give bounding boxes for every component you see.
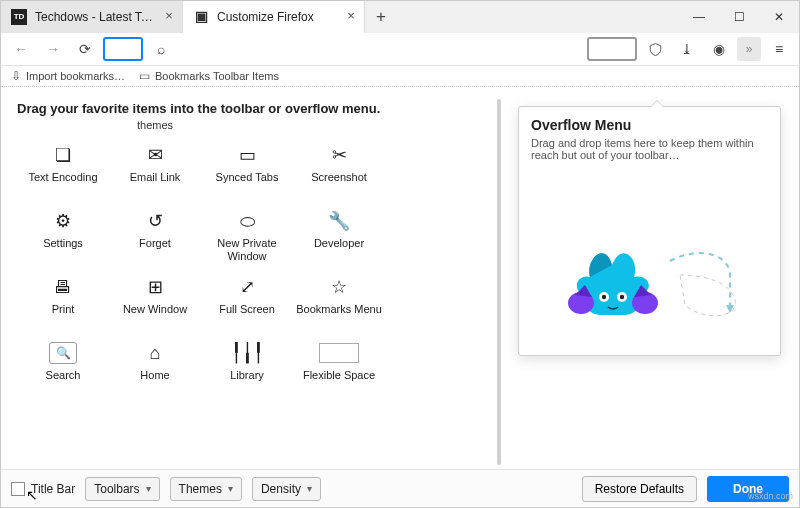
account-icon[interactable]: ◉ xyxy=(705,35,733,63)
palette-item-label: Synced Tabs xyxy=(216,171,279,184)
themes-label: Themes xyxy=(179,482,222,496)
tab-strip-fill: + xyxy=(365,1,679,33)
chevron-down-icon: ▾ xyxy=(228,483,233,494)
title-bar-checkbox[interactable]: Title Bar xyxy=(11,482,75,496)
url-input-slot[interactable] xyxy=(103,37,143,61)
scrollbar[interactable] xyxy=(497,99,501,465)
toolbars-dropdown[interactable]: Toolbars ▾ xyxy=(85,477,159,501)
favicon-techdows: TD xyxy=(11,9,27,25)
palette-item-flexible-space[interactable]: Flexible Space xyxy=(293,337,385,403)
palette-item-label: Forget xyxy=(139,237,171,250)
palette-item-search[interactable]: 🔍Search xyxy=(17,337,109,403)
maximize-button[interactable]: ☐ xyxy=(719,1,759,33)
mascot-illustration xyxy=(519,225,780,339)
svg-marker-0 xyxy=(726,305,734,313)
palette-item-settings[interactable]: ⚙Settings xyxy=(17,205,109,271)
palette-item-bookmarks-menu[interactable]: ☆Bookmarks Menu xyxy=(293,271,385,337)
palette-item-label: Print xyxy=(52,303,75,316)
synced-tabs-icon: ▭ xyxy=(226,139,268,171)
flexible-space-icon xyxy=(318,337,360,369)
shield-icon[interactable] xyxy=(641,35,669,63)
tab-strip: TD Techdows - Latest Technology N × ▣ Cu… xyxy=(1,1,799,33)
overflow-button[interactable]: » xyxy=(737,37,761,61)
home-icon: ⌂ xyxy=(134,337,176,369)
new-window-icon: ⊞ xyxy=(134,271,176,303)
overflow-panel[interactable]: Overflow Menu Drag and drop items here t… xyxy=(518,106,781,356)
developer-icon: 🔧 xyxy=(318,205,360,237)
palette-item-print[interactable]: 🖶Print xyxy=(17,271,109,337)
palette-item-label: Developer xyxy=(314,237,364,250)
svg-point-6 xyxy=(601,295,605,299)
palette-pane: Drag your favorite items into the toolba… xyxy=(17,97,489,469)
overflow-title: Overflow Menu xyxy=(531,117,768,133)
print-icon: 🖶 xyxy=(42,271,84,303)
forward-button[interactable]: → xyxy=(39,35,67,63)
bookmarks-toolbar-items[interactable]: ▭ Bookmarks Toolbar Items xyxy=(139,69,279,83)
footer: Title Bar Toolbars ▾ Themes ▾ Density ▾ … xyxy=(1,469,799,507)
palette-item-label: Home xyxy=(140,369,169,382)
bookmarks-menu-icon: ☆ xyxy=(318,271,360,303)
screenshot-icon: ✂ xyxy=(318,139,360,171)
back-button[interactable]: ← xyxy=(7,35,35,63)
palette-item-synced-tabs[interactable]: ▭Synced Tabs xyxy=(201,139,293,205)
svg-point-8 xyxy=(619,295,623,299)
window-controls: — ☐ ✕ xyxy=(679,1,799,33)
palette-item-label: Bookmarks Menu xyxy=(296,303,382,316)
search-input-slot[interactable] xyxy=(587,37,637,61)
nav-toolbar: ← → ⟳ ⌕ ⤓ ◉ » ≡ xyxy=(1,33,799,66)
palette-item-screenshot[interactable]: ✂Screenshot xyxy=(293,139,385,205)
palette-item-library[interactable]: ╿╽╿Library xyxy=(201,337,293,403)
palette-item-text-encoding[interactable]: ❏Text Encoding xyxy=(17,139,109,205)
toolbars-label: Toolbars xyxy=(94,482,139,496)
favicon-customize: ▣ xyxy=(193,9,209,25)
palette-item-email-link[interactable]: ✉Email Link xyxy=(109,139,201,205)
chevron-down-icon: ▾ xyxy=(146,483,151,494)
bookmarks-toolbar-label: Bookmarks Toolbar Items xyxy=(155,70,279,82)
download-icon[interactable]: ⤓ xyxy=(673,35,701,63)
close-window-button[interactable]: ✕ xyxy=(759,1,799,33)
stub-themes: themes xyxy=(109,119,201,135)
themes-dropdown[interactable]: Themes ▾ xyxy=(170,477,242,501)
import-icon: ⇩ xyxy=(11,69,21,83)
search-icon: 🔍 xyxy=(42,337,84,369)
overflow-desc: Drag and drop items here to keep them wi… xyxy=(531,137,768,161)
import-bookmarks-item[interactable]: ⇩ Import bookmarks… xyxy=(11,69,125,83)
minimize-button[interactable]: — xyxy=(679,1,719,33)
page-heading: Drag your favorite items into the toolba… xyxy=(17,101,489,116)
tab-techdows[interactable]: TD Techdows - Latest Technology N × xyxy=(1,1,183,33)
tab-customize[interactable]: ▣ Customize Firefox × xyxy=(183,1,365,33)
palette-item-label: Flexible Space xyxy=(303,369,375,382)
density-label: Density xyxy=(261,482,301,496)
new-tab-button[interactable]: + xyxy=(365,1,397,33)
restore-defaults-button[interactable]: Restore Defaults xyxy=(582,476,697,502)
folder-icon: ▭ xyxy=(139,69,150,83)
close-icon[interactable]: × xyxy=(162,10,176,24)
menu-button[interactable]: ≡ xyxy=(765,35,793,63)
palette-item-home[interactable]: ⌂Home xyxy=(109,337,201,403)
settings-icon: ⚙ xyxy=(42,205,84,237)
palette-item-label: Search xyxy=(46,369,81,382)
palette-item-new-private-window[interactable]: ⬭New Private Window xyxy=(201,205,293,271)
chevron-down-icon: ▾ xyxy=(307,483,312,494)
checkbox-icon[interactable] xyxy=(11,482,25,496)
palette-item-label: New Window xyxy=(123,303,187,316)
density-dropdown[interactable]: Density ▾ xyxy=(252,477,321,501)
palette-item-full-screen[interactable]: ⤢Full Screen xyxy=(201,271,293,337)
reload-button[interactable]: ⟳ xyxy=(71,35,99,63)
new-private-window-icon: ⬭ xyxy=(226,205,268,237)
palette-item-label: Text Encoding xyxy=(28,171,97,184)
palette-item-new-window[interactable]: ⊞New Window xyxy=(109,271,201,337)
tab-title: Customize Firefox xyxy=(217,10,336,24)
palette-item-developer[interactable]: 🔧Developer xyxy=(293,205,385,271)
library-icon: ╿╽╿ xyxy=(226,337,268,369)
palette-item-forget[interactable]: ↺Forget xyxy=(109,205,201,271)
palette-grid: ❏Text Encoding✉Email Link▭Synced Tabs✂Sc… xyxy=(17,139,489,403)
watermark: wsxdn.com xyxy=(748,491,793,501)
palette-item-label: Email Link xyxy=(130,171,181,184)
palette-item-label: Settings xyxy=(43,237,83,250)
search-icon[interactable]: ⌕ xyxy=(147,35,175,63)
import-bookmarks-label: Import bookmarks… xyxy=(26,70,125,82)
palette-item-label: New Private Window xyxy=(201,237,293,262)
tab-title: Techdows - Latest Technology N xyxy=(35,10,154,24)
close-icon[interactable]: × xyxy=(344,10,358,24)
